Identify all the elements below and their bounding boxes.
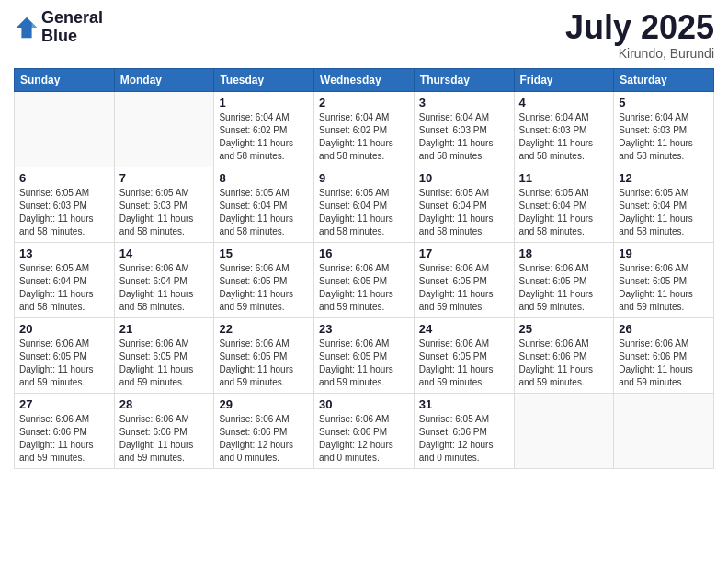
day-number: 11 [519, 171, 609, 185]
week-row: 20Sunrise: 6:06 AMSunset: 6:05 PMDayligh… [15, 317, 714, 393]
day-number: 21 [119, 322, 210, 336]
calendar-cell: 5Sunrise: 6:04 AMSunset: 6:03 PMDaylight… [614, 91, 714, 167]
calendar-cell: 22Sunrise: 6:06 AMSunset: 6:05 PMDayligh… [214, 317, 314, 393]
day-number: 5 [619, 96, 709, 109]
day-number: 2 [319, 96, 409, 109]
calendar-cell: 3Sunrise: 6:04 AMSunset: 6:03 PMDaylight… [414, 91, 514, 167]
calendar-cell: 20Sunrise: 6:06 AMSunset: 6:05 PMDayligh… [15, 317, 115, 393]
calendar-cell: 23Sunrise: 6:06 AMSunset: 6:05 PMDayligh… [314, 317, 415, 393]
day-info: Sunrise: 6:04 AMSunset: 6:02 PMDaylight:… [219, 111, 309, 163]
calendar-cell: 1Sunrise: 6:04 AMSunset: 6:02 PMDaylight… [214, 91, 314, 167]
day-info: Sunrise: 6:05 AMSunset: 6:04 PMDaylight:… [319, 187, 409, 238]
day-number: 24 [419, 322, 509, 336]
day-info: Sunrise: 6:05 AMSunset: 6:04 PMDaylight:… [419, 187, 509, 238]
day-info: Sunrise: 6:05 AMSunset: 6:03 PMDaylight:… [19, 187, 109, 238]
day-number: 17 [419, 247, 509, 260]
day-number: 20 [19, 322, 109, 336]
day-info: Sunrise: 6:06 AMSunset: 6:05 PMDaylight:… [319, 338, 409, 389]
calendar-cell: 19Sunrise: 6:06 AMSunset: 6:05 PMDayligh… [614, 242, 714, 317]
day-number: 4 [519, 96, 609, 109]
day-info: Sunrise: 6:05 AMSunset: 6:06 PMDaylight:… [419, 413, 509, 465]
day-number: 23 [319, 322, 409, 336]
calendar-cell: 21Sunrise: 6:06 AMSunset: 6:05 PMDayligh… [114, 317, 214, 393]
day-info: Sunrise: 6:06 AMSunset: 6:05 PMDaylight:… [219, 338, 309, 389]
day-info: Sunrise: 6:06 AMSunset: 6:05 PMDaylight:… [619, 262, 709, 314]
week-row: 27Sunrise: 6:06 AMSunset: 6:06 PMDayligh… [15, 393, 714, 468]
calendar-cell: 31Sunrise: 6:05 AMSunset: 6:06 PMDayligh… [414, 393, 514, 468]
weekday-header-row: SundayMondayTuesdayWednesdayThursdayFrid… [15, 68, 714, 91]
day-number: 9 [319, 171, 409, 185]
day-number: 15 [219, 247, 309, 260]
day-info: Sunrise: 6:06 AMSunset: 6:06 PMDaylight:… [619, 338, 709, 389]
header: General Blue July 2025 Kirundo, Burundi [14, 9, 714, 61]
day-number: 30 [319, 397, 409, 411]
day-info: Sunrise: 6:04 AMSunset: 6:03 PMDaylight:… [519, 111, 609, 163]
day-info: Sunrise: 6:06 AMSunset: 6:05 PMDaylight:… [19, 338, 109, 389]
calendar-cell: 8Sunrise: 6:05 AMSunset: 6:04 PMDaylight… [214, 167, 314, 242]
day-info: Sunrise: 6:06 AMSunset: 6:05 PMDaylight:… [119, 338, 210, 389]
day-info: Sunrise: 6:06 AMSunset: 6:05 PMDaylight:… [419, 338, 509, 389]
day-info: Sunrise: 6:06 AMSunset: 6:05 PMDaylight:… [419, 262, 509, 314]
day-info: Sunrise: 6:04 AMSunset: 6:03 PMDaylight:… [419, 111, 509, 163]
day-number: 22 [219, 322, 309, 336]
calendar-cell: 15Sunrise: 6:06 AMSunset: 6:05 PMDayligh… [214, 242, 314, 317]
weekday-header: Saturday [614, 68, 714, 91]
day-number: 8 [219, 171, 309, 185]
day-info: Sunrise: 6:06 AMSunset: 6:06 PMDaylight:… [519, 338, 609, 389]
calendar-cell: 30Sunrise: 6:06 AMSunset: 6:06 PMDayligh… [314, 393, 415, 468]
day-info: Sunrise: 6:06 AMSunset: 6:06 PMDaylight:… [119, 413, 210, 465]
calendar-cell: 7Sunrise: 6:05 AMSunset: 6:03 PMDaylight… [114, 167, 214, 242]
day-number: 27 [19, 397, 109, 411]
month-title: July 2025 [565, 9, 714, 46]
calendar-cell: 2Sunrise: 6:04 AMSunset: 6:02 PMDaylight… [314, 91, 415, 167]
calendar-cell: 18Sunrise: 6:06 AMSunset: 6:05 PMDayligh… [514, 242, 614, 317]
day-number: 14 [119, 247, 210, 260]
calendar-cell: 16Sunrise: 6:06 AMSunset: 6:05 PMDayligh… [314, 242, 415, 317]
day-number: 1 [219, 96, 309, 109]
day-number: 3 [419, 96, 509, 109]
logo-line1: General [41, 9, 103, 28]
calendar-cell: 17Sunrise: 6:06 AMSunset: 6:05 PMDayligh… [414, 242, 514, 317]
calendar-cell: 9Sunrise: 6:05 AMSunset: 6:04 PMDaylight… [314, 167, 415, 242]
day-info: Sunrise: 6:05 AMSunset: 6:03 PMDaylight:… [119, 187, 210, 238]
calendar-cell: 29Sunrise: 6:06 AMSunset: 6:06 PMDayligh… [214, 393, 314, 468]
logo-line2: Blue [41, 28, 103, 46]
day-info: Sunrise: 6:06 AMSunset: 6:06 PMDaylight:… [219, 413, 309, 465]
calendar-cell: 28Sunrise: 6:06 AMSunset: 6:06 PMDayligh… [114, 393, 214, 468]
calendar-cell: 11Sunrise: 6:05 AMSunset: 6:04 PMDayligh… [514, 167, 614, 242]
calendar-cell: 4Sunrise: 6:04 AMSunset: 6:03 PMDaylight… [514, 91, 614, 167]
day-number: 18 [519, 247, 609, 260]
day-number: 28 [119, 397, 210, 411]
calendar-cell: 24Sunrise: 6:06 AMSunset: 6:05 PMDayligh… [414, 317, 514, 393]
day-info: Sunrise: 6:05 AMSunset: 6:04 PMDaylight:… [619, 187, 709, 238]
calendar-cell: 27Sunrise: 6:06 AMSunset: 6:06 PMDayligh… [15, 393, 115, 468]
calendar-cell: 26Sunrise: 6:06 AMSunset: 6:06 PMDayligh… [614, 317, 714, 393]
calendar-cell [15, 91, 115, 167]
day-number: 13 [19, 247, 109, 260]
day-number: 19 [619, 247, 709, 260]
calendar-cell: 12Sunrise: 6:05 AMSunset: 6:04 PMDayligh… [614, 167, 714, 242]
day-number: 25 [519, 322, 609, 336]
day-info: Sunrise: 6:06 AMSunset: 6:06 PMDaylight:… [19, 413, 109, 465]
day-number: 16 [319, 247, 409, 260]
day-info: Sunrise: 6:05 AMSunset: 6:04 PMDaylight:… [19, 262, 109, 314]
weekday-header: Thursday [414, 68, 514, 91]
logo-icon [14, 15, 40, 40]
day-info: Sunrise: 6:05 AMSunset: 6:04 PMDaylight:… [519, 187, 609, 238]
calendar-cell [514, 393, 614, 468]
calendar-cell: 13Sunrise: 6:05 AMSunset: 6:04 PMDayligh… [15, 242, 115, 317]
calendar-cell: 25Sunrise: 6:06 AMSunset: 6:06 PMDayligh… [514, 317, 614, 393]
calendar-cell: 10Sunrise: 6:05 AMSunset: 6:04 PMDayligh… [414, 167, 514, 242]
day-number: 12 [619, 171, 709, 185]
week-row: 6Sunrise: 6:05 AMSunset: 6:03 PMDaylight… [15, 167, 714, 242]
day-info: Sunrise: 6:06 AMSunset: 6:04 PMDaylight:… [119, 262, 210, 314]
location: Kirundo, Burundi [565, 46, 714, 61]
day-number: 29 [219, 397, 309, 411]
calendar-cell [614, 393, 714, 468]
title-block: July 2025 Kirundo, Burundi [565, 9, 714, 61]
day-info: Sunrise: 6:06 AMSunset: 6:05 PMDaylight:… [319, 262, 409, 314]
day-info: Sunrise: 6:06 AMSunset: 6:05 PMDaylight:… [519, 262, 609, 314]
day-number: 10 [419, 171, 509, 185]
day-number: 26 [619, 322, 709, 336]
calendar-table: SundayMondayTuesdayWednesdayThursdayFrid… [14, 68, 714, 469]
